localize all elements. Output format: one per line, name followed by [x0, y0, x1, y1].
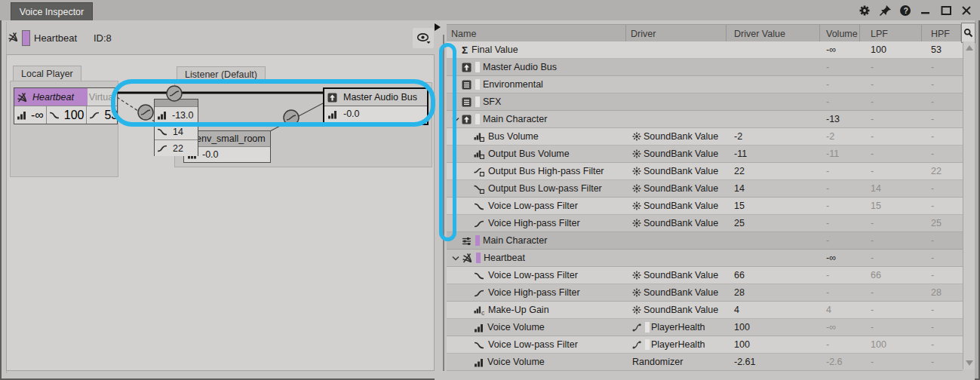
minimize-button[interactable]	[920, 5, 932, 17]
driver-value: -2	[727, 128, 820, 145]
pin-button[interactable]	[879, 5, 891, 17]
volume-value: -∞	[820, 250, 860, 266]
table-row[interactable]: SFX---	[447, 93, 963, 111]
highpass-icon	[157, 143, 167, 153]
hpf-value: -	[922, 336, 961, 353]
hpf-value: -	[922, 59, 961, 75]
hpf-value: -	[922, 250, 961, 266]
meter-bar	[475, 79, 480, 90]
driver-name: SoundBank Value	[644, 270, 718, 280]
table-row[interactable]: Voice VolumePlayerHealth100-∞--	[447, 319, 963, 336]
connection-gain-node[interactable]: -13.0 14 22	[154, 99, 198, 156]
name-cell: Voice Low-pass Filter	[447, 198, 626, 214]
volume-icon	[157, 110, 167, 120]
gameparam-icon	[632, 323, 641, 332]
lpf-value: 100	[860, 336, 922, 353]
name-cell: GMake-Up Gain	[447, 302, 626, 318]
volume-value: -2.6	[820, 354, 860, 370]
table-row[interactable]: Output Bus High-pass FilterSoundBank Val…	[447, 163, 963, 180]
driver-value	[727, 59, 820, 75]
table-row[interactable]: Bus VolumeSoundBank Value-2-2--	[447, 128, 963, 146]
expander-icon[interactable]	[450, 256, 462, 261]
volume-value: -∞	[820, 319, 860, 336]
meter-bar	[645, 322, 650, 332]
table-row[interactable]: Master Audio Bus---	[447, 59, 963, 76]
auxbus-icon	[462, 80, 472, 90]
table-row[interactable]: Voice High-pass FilterSoundBank Value28-…	[447, 284, 963, 302]
name-cell: ΣFinal Value	[447, 41, 626, 58]
maximize-button[interactable]	[940, 5, 952, 17]
scroll-down-icon[interactable]	[966, 360, 973, 366]
soundbank-icon	[632, 201, 641, 210]
table-row[interactable]: Main Character---	[447, 232, 963, 250]
voice-inspector-window: Voice Inspector ? Heartbeat ID:8 Local P…	[0, 0, 980, 380]
driver-value	[727, 250, 820, 266]
driver-cell	[626, 76, 727, 93]
volume-icon	[17, 110, 26, 120]
settings-button[interactable]	[859, 5, 871, 17]
soundbank-icon	[632, 271, 641, 280]
table-row[interactable]: Output Bus VolumeSoundBank Value-11-11--	[447, 146, 963, 163]
name-cell: Environmental	[447, 76, 626, 93]
volume-value: -	[820, 59, 860, 75]
lpf-value: 100	[860, 41, 922, 58]
column-header-driver[interactable]: Driver	[626, 25, 727, 42]
driver-value: 100	[727, 336, 820, 353]
table-rows: ΣFinal Value-∞10053Master Audio Bus---En…	[447, 41, 963, 371]
tab-voice-inspector[interactable]: Voice Inspector	[11, 2, 93, 21]
scroll-up-icon[interactable]	[966, 45, 973, 51]
pane-splitter[interactable]	[435, 20, 447, 380]
splitter-handle[interactable]	[443, 35, 444, 371]
row-name: Output Bus High-pass Filter	[488, 166, 604, 176]
lpf-value: -	[860, 215, 922, 231]
driver-name: Randomizer	[632, 357, 683, 367]
driver-name: SoundBank Value	[644, 305, 718, 315]
voice-node-heartbeat[interactable]: Heartbeat Virtual -∞ 100 53	[14, 87, 118, 124]
table-row[interactable]: ΣFinal Value-∞10053	[447, 41, 963, 59]
column-header-name[interactable]: Name	[447, 25, 626, 42]
actor-mixer-icon	[462, 236, 472, 246]
row-name: SFX	[483, 97, 501, 107]
volume-value: -	[820, 93, 860, 110]
table-row[interactable]: Voice Low-pass FilterPlayerHealth100-100…	[447, 336, 963, 354]
column-header-hpf[interactable]: HPF	[922, 25, 961, 42]
table-row[interactable]: Output Bus Low-pass FilterSoundBank Valu…	[447, 180, 963, 198]
lpf-value: -	[860, 319, 922, 336]
table-row[interactable]: Voice Low-pass FilterSoundBank Value66-6…	[447, 267, 963, 284]
table-row[interactable]: Heartbeat-∞--	[447, 250, 963, 267]
row-name: Voice Low-pass Filter	[488, 270, 578, 280]
driver-cell: SoundBank Value	[626, 215, 727, 231]
lpf-value: -	[860, 111, 922, 127]
lpf-value: -	[860, 354, 922, 370]
lpf-value: -	[860, 250, 922, 266]
bus-node-master-audio-bus[interactable]: Master Audio Bus -0.0	[323, 87, 429, 125]
help-button[interactable]: ?	[899, 5, 911, 17]
table-row[interactable]: Voice Low-pass FilterSoundBank Value15-1…	[447, 198, 963, 215]
visibility-options-button[interactable]	[413, 28, 434, 48]
svg-text:G: G	[481, 309, 484, 315]
gain-node-hpf: 22	[173, 143, 183, 154]
column-header-driver-value[interactable]: Driver Value	[727, 25, 820, 42]
row-name: Voice Low-pass Filter	[488, 201, 578, 211]
search-button[interactable]	[961, 23, 975, 43]
table-row[interactable]: GMake-Up GainSoundBank Value44--	[447, 302, 963, 319]
object-color-bar	[476, 253, 481, 263]
group-label-listener: Listener (Default)	[177, 66, 266, 83]
vertical-scrollbar[interactable]	[963, 41, 975, 369]
table-row[interactable]: Main Character-13--	[447, 111, 963, 128]
close-button[interactable]	[960, 5, 972, 17]
column-header-lpf[interactable]: LPF	[860, 25, 922, 42]
meter-bar	[645, 339, 650, 350]
titlebar: Voice Inspector ?	[0, 0, 980, 20]
voice-muted-icon	[462, 253, 472, 263]
expander-icon[interactable]	[450, 117, 462, 122]
lpf-value: 15	[860, 198, 922, 214]
table-row[interactable]: Voice High-pass FilterSoundBank Value25-…	[447, 215, 963, 232]
table-row[interactable]: Voice VolumeRandomizer-2.61-2.6--	[447, 354, 963, 371]
table-row[interactable]: Environmental---	[447, 76, 963, 93]
column-header-volume[interactable]: Volume	[820, 25, 860, 42]
table-header: NameDriverDriver ValueVolumeLPFHPF	[447, 24, 961, 43]
hpf-bus-icon	[474, 167, 484, 176]
soundbank-icon	[632, 288, 641, 297]
collapse-arrow-icon[interactable]	[435, 23, 441, 31]
